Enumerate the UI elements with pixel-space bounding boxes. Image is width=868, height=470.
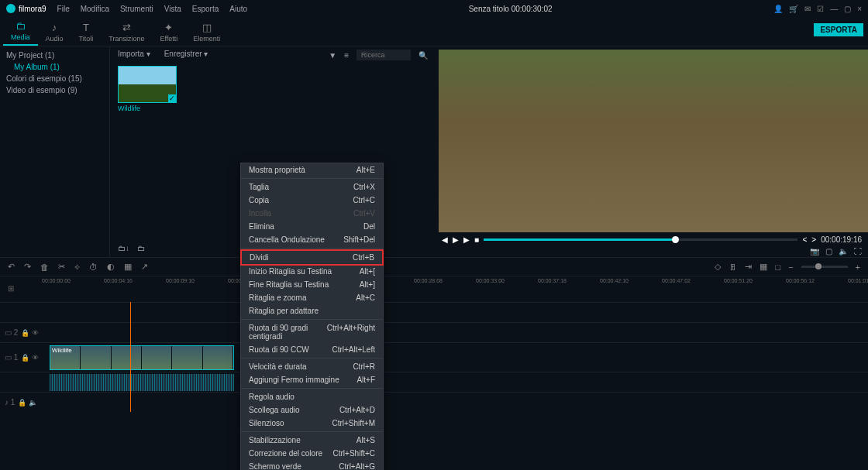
check-icon[interactable]: ☑ [817,5,824,13]
user-icon[interactable]: 👤 [773,5,783,13]
menu-view[interactable]: Vista [164,5,181,13]
ctx-elimina[interactable]: EliminaDel [241,220,383,233]
undo-icon[interactable]: ↶ [8,262,15,272]
next-clip-button[interactable]: > [811,235,816,244]
zoomin-icon[interactable]: + [856,262,860,272]
preview-scrubber[interactable] [484,238,797,241]
track-manager-icon[interactable]: ⊞ [8,284,14,293]
search-input[interactable] [356,50,411,60]
sort-icon[interactable]: ≡ [344,51,349,60]
ctx-silenzioso[interactable]: SilenziosoCtrl+Shift+M [241,417,383,430]
fit-icon[interactable]: □ [775,262,780,272]
ctx-fine-ritaglia-su-testina[interactable]: Fine Ritaglia su TestinaAlt+] [241,278,383,291]
ruler-tick: 00:00:00:00 [42,278,104,283]
render-icon[interactable]: ▦ [760,262,767,272]
play-button[interactable]: ▶ [453,235,459,244]
ruler-tick: 00:00:33:00 [476,278,538,283]
zoom-slider[interactable] [801,266,848,268]
stop-button[interactable]: ■ [474,235,479,244]
track-header-v1[interactable]: ▭ 1 🔒 👁 [0,353,42,362]
export-button[interactable]: ESPORTA [814,23,863,36]
menu-file[interactable]: File [57,5,70,13]
zoomout-icon[interactable]: − [788,262,793,272]
cart-icon[interactable]: 🛒 [789,5,798,13]
ruler-tick: 00:00:56:12 [786,278,848,283]
ruler-tick: 00:00:37:18 [538,278,600,283]
sidebar-my-project[interactable]: My Project (1) [6,50,103,61]
new-folder-icon[interactable]: 🗀↓ [118,244,129,252]
ctx-scollega-audio[interactable]: Scollega audioCtrl+Alt+D [241,403,383,417]
ctx-ruota-di-90-ccw[interactable]: Ruota di 90 CCWCtrl+Alt+Left [241,343,383,356]
document-title: Senza titolo 00:00:30:02 [247,5,773,13]
menu-help[interactable]: Aiuto [229,5,247,13]
color-icon[interactable]: ◐ [107,262,115,272]
thumb-image: ✓ [118,66,177,103]
titlebar: filmora9 File Modifica Strumenti Vista E… [0,0,868,17]
tab-transition[interactable]: ⇄Transizione [101,19,152,46]
folder-icon[interactable]: 🗀 [137,244,145,252]
redo-icon[interactable]: ↷ [24,262,31,272]
sidebar-sample-colors[interactable]: Colori di esempio (15) [6,73,103,84]
ctx-velocit-e-durata[interactable]: Velocità e durataCtrl+R [241,360,383,373]
ctx-aggiungi-fermo-immagine[interactable]: Aggiungi Fermo immagineAlt+F [241,373,383,386]
record-dropdown[interactable]: Enregistrer ▾ [164,50,208,58]
fullscreen-icon[interactable]: ⛶ [854,247,862,256]
tab-titles[interactable]: TTitoli [71,19,102,46]
track-header-v2[interactable]: ▭ 2 🔒 👁 [0,328,42,337]
tab-effects[interactable]: ✦Effetti [152,19,185,46]
import-dropdown[interactable]: Importa ▾ [118,50,150,58]
menu-export[interactable]: Esporta [192,5,219,13]
video-clip-wildlife[interactable]: Wildlife [50,345,234,370]
ctx-stabilizzazione[interactable]: StabilizzazioneAlt+S [241,434,383,447]
ctx-mostra-propriet-[interactable]: Mostra proprietàAlt+E [241,163,383,177]
split-icon[interactable]: ✂ [58,262,65,272]
ctx-ritaglia-e-zooma[interactable]: Ritaglia e zoomaAlt+C [241,291,383,304]
volume-icon[interactable]: 🔈 [839,247,848,256]
export-icon[interactable]: ↗ [141,262,148,272]
menu-edit[interactable]: Modifica [81,5,109,13]
sidebar-sample-videos[interactable]: Video di esempio (9) [6,84,103,96]
ctx-regola-audio[interactable]: Regola audio [241,390,383,403]
ctx-inizio-ritaglia-su-testina[interactable]: Inizio Ritaglia su TestinaAlt+[ [241,265,383,278]
logo-icon [6,4,16,13]
preview-video [439,50,868,232]
filter-icon[interactable]: ▼ [329,51,336,60]
tab-media[interactable]: 🗀Media [3,17,38,46]
next-frame-button[interactable]: ▶ [463,235,470,244]
prev-clip-button[interactable]: < [802,235,807,244]
ctx-taglia[interactable]: TagliaCtrl+X [241,180,383,194]
ctx-ritaglia-per-adattare[interactable]: Ritaglia per adattare [241,304,383,317]
autoripple-icon[interactable]: ⇥ [745,262,752,272]
menu-tools[interactable]: Strumenti [120,5,153,13]
delete-icon[interactable]: 🗑 [40,262,49,272]
ctx-ruota-di-90-gradi-centigradi[interactable]: Ruota di 90 gradi centigradiCtrl+Alt+Rig… [241,321,383,343]
ctx-correzione-del-colore[interactable]: Correzione del coloreCtrl+Shift+C [241,447,383,460]
text-icon: T [83,22,89,33]
ctx-schermo-verde[interactable]: Schermo verdeCtrl+Alt+G [241,460,383,470]
linked-audio-clip[interactable] [50,374,234,391]
timeline-ruler[interactable]: ⊞ 00:00:00:0000:00:04:1600:00:09:1000:00… [0,276,868,302]
close-icon[interactable]: × [857,5,862,13]
search-icon[interactable]: 🔍 [418,51,428,60]
ctx-cancella-ondulazione[interactable]: Cancella OndulazioneShift+Del [241,233,383,246]
sidebar-my-album[interactable]: My Album (1) [6,61,103,73]
prev-frame-button[interactable]: ◀ [442,235,448,244]
media-thumb-wildlife[interactable]: ✓ Wildlife [118,66,177,114]
maximize-icon[interactable]: ▢ [844,5,851,13]
ctx-copia[interactable]: CopiaCtrl+C [241,194,383,207]
snapshot-icon[interactable]: 📷 [810,247,819,256]
greenscreen-icon[interactable]: ▦ [124,262,132,272]
quality-icon[interactable]: ▢ [825,247,832,256]
crop-icon[interactable]: ⟡ [74,262,80,272]
mixer-icon[interactable]: 🎚 [728,262,737,272]
tab-elements[interactable]: ◫Elementi [185,19,228,46]
mail-icon[interactable]: ✉ [804,5,811,13]
marker-icon[interactable]: ◇ [715,262,721,272]
tab-audio[interactable]: ♪Audio [38,19,71,46]
speed-icon[interactable]: ⏱ [89,262,98,272]
track-header-a1[interactable]: ♪ 1 🔒 🔈 [0,398,42,407]
minimize-icon[interactable]: — [830,5,838,13]
ctx-dividi[interactable]: DividiCtrl+B [240,249,384,266]
app-name: filmora9 [19,4,46,13]
playhead[interactable] [130,302,131,412]
